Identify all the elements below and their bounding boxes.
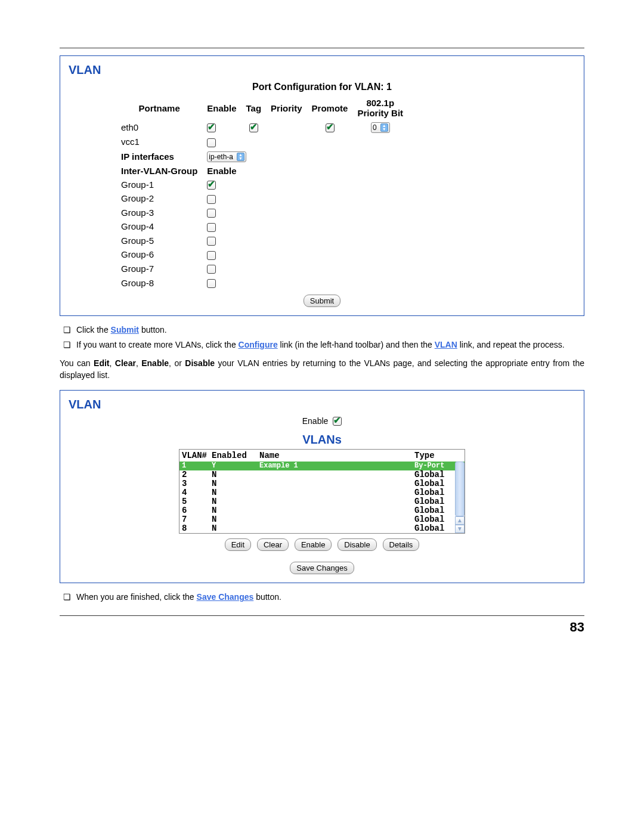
list-item: When you are finished, click the Save Ch… bbox=[63, 592, 584, 603]
vcc1-enable-checkbox[interactable] bbox=[207, 138, 216, 147]
chevron-updown-icon: ▲▼ bbox=[237, 153, 244, 161]
label-ip-interfaces: IP interfaces bbox=[116, 149, 202, 164]
kw-save-changes: Save Changes bbox=[197, 592, 254, 602]
vlan-port-config-panel: VLAN Port Configuration for VLAN: 1 Port… bbox=[60, 55, 584, 316]
enable-all-checkbox[interactable] bbox=[333, 417, 342, 426]
table-row: Group-2 bbox=[116, 191, 408, 206]
table-row[interactable]: 3NGlobal bbox=[179, 479, 465, 488]
kw-configure: Configure bbox=[239, 340, 278, 349]
col-priority: Priority bbox=[266, 96, 307, 120]
table-row: Group-6 bbox=[116, 247, 408, 262]
panel1-subtitle: Port Configuration for VLAN: 1 bbox=[69, 82, 575, 92]
vlan-list-panel: VLAN Enable VLANs VLAN# Enabled Name Typ… bbox=[60, 390, 584, 584]
label-inter-vlan-group: Inter-VLAN-Group bbox=[116, 164, 202, 178]
page-number: 83 bbox=[60, 620, 584, 635]
paragraph-edit-clear: You can Edit, Clear, Enable, or Disable … bbox=[60, 357, 584, 382]
scrollbar-thumb[interactable] bbox=[455, 462, 465, 516]
group4-checkbox[interactable] bbox=[207, 223, 216, 232]
group7-checkbox[interactable] bbox=[207, 265, 216, 274]
col-pbit: 802.1p Priority Bit bbox=[352, 96, 408, 120]
kw-submit: Submit bbox=[111, 325, 139, 335]
table-row: IP interfaces ip-eth-a ▲▼ bbox=[116, 149, 408, 164]
page-bottom-rule bbox=[60, 615, 584, 616]
table-row[interactable]: 7NGlobal bbox=[179, 515, 465, 524]
port-config-table: Portname Enable Tag Priority Promote 802… bbox=[116, 96, 408, 290]
enable-button[interactable]: Enable bbox=[295, 538, 332, 551]
group1-checkbox[interactable] bbox=[207, 181, 216, 190]
portname-eth0: eth0 bbox=[116, 120, 202, 135]
group6-checkbox[interactable] bbox=[207, 251, 216, 260]
list-item: Click the Submit button. bbox=[63, 324, 584, 336]
instruction-list-1: Click the Submit button. If you want to … bbox=[63, 324, 584, 351]
label-ivg-enable: Enable bbox=[202, 164, 241, 178]
portname-vcc1: vcc1 bbox=[116, 135, 202, 149]
edit-button[interactable]: Edit bbox=[225, 538, 251, 551]
table-row: eth0 0 ▲▼ bbox=[116, 120, 408, 135]
table-row[interactable]: 1YExample 1By-Port bbox=[179, 462, 465, 470]
panel1-title: VLAN bbox=[69, 63, 575, 77]
scroll-up-icon[interactable]: ▲ bbox=[455, 516, 465, 525]
table-row: Group-7 bbox=[116, 262, 408, 276]
page-top-rule bbox=[60, 48, 584, 48]
eth0-pbit-select[interactable]: 0 ▲▼ bbox=[371, 122, 390, 133]
enable-all-label: Enable bbox=[302, 416, 329, 426]
eth0-tag-checkbox[interactable] bbox=[249, 123, 258, 132]
table-row: Inter-VLAN-Group Enable bbox=[116, 164, 408, 178]
table-row[interactable]: 6NGlobal bbox=[179, 506, 465, 515]
vlan-list: VLAN# Enabled Name Type 1YExample 1By-Po… bbox=[179, 449, 465, 534]
group5-checkbox[interactable] bbox=[207, 237, 216, 246]
vlan-list-header: VLAN# Enabled Name Type bbox=[179, 450, 465, 462]
table-row: Group-3 bbox=[116, 206, 408, 220]
chevron-updown-icon: ▲▼ bbox=[380, 123, 388, 132]
col-promote: Promote bbox=[307, 96, 353, 120]
table-row[interactable]: 8NGlobal bbox=[179, 524, 465, 533]
eth0-promote-checkbox[interactable] bbox=[326, 123, 335, 132]
disable-button[interactable]: Disable bbox=[338, 538, 376, 551]
list-item: If you want to create more VLANs, click … bbox=[63, 339, 584, 351]
table-row[interactable]: 5NGlobal bbox=[179, 497, 465, 506]
kw-vlan: VLAN bbox=[435, 340, 457, 349]
submit-button[interactable]: Submit bbox=[304, 295, 340, 307]
group3-checkbox[interactable] bbox=[207, 209, 216, 218]
table-row: Group-5 bbox=[116, 234, 408, 248]
col-tag: Tag bbox=[242, 96, 267, 120]
table-row[interactable]: 4NGlobal bbox=[179, 488, 465, 497]
table-row[interactable]: 2NGlobal bbox=[179, 470, 465, 479]
scroll-down-icon[interactable]: ▼ bbox=[455, 525, 465, 533]
col-portname: Portname bbox=[116, 96, 202, 120]
save-changes-button[interactable]: Save Changes bbox=[290, 562, 354, 574]
panel2-title: VLAN bbox=[69, 398, 575, 411]
instruction-list-2: When you are finished, click the Save Ch… bbox=[63, 592, 584, 603]
group2-checkbox[interactable] bbox=[207, 195, 216, 204]
scrollbar[interactable]: ▲ ▼ bbox=[455, 462, 465, 533]
table-row: vcc1 bbox=[116, 135, 408, 149]
eth0-enable-checkbox[interactable] bbox=[207, 123, 216, 132]
table-row: Group-8 bbox=[116, 275, 408, 290]
details-button[interactable]: Details bbox=[383, 538, 420, 551]
ip-interface-select[interactable]: ip-eth-a ▲▼ bbox=[207, 151, 246, 162]
col-enable: Enable bbox=[202, 96, 241, 120]
vlan-action-buttons: Edit Clear Enable Disable Details bbox=[69, 538, 575, 551]
group8-checkbox[interactable] bbox=[207, 279, 216, 288]
table-row: Group-4 bbox=[116, 219, 408, 234]
vlans-heading: VLANs bbox=[69, 433, 575, 447]
table-row: Group-1 bbox=[116, 178, 408, 192]
clear-button[interactable]: Clear bbox=[257, 538, 289, 551]
